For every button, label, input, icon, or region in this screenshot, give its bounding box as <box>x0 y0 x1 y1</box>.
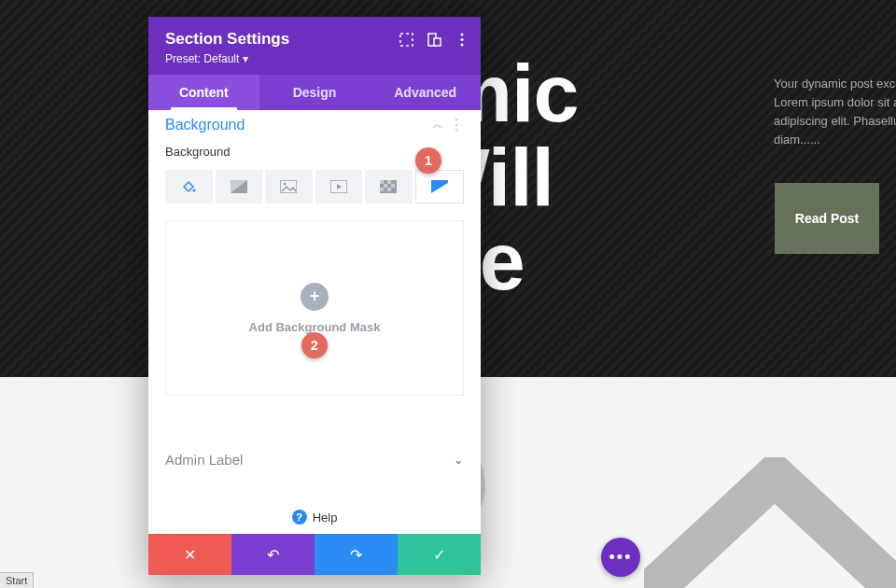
panel-footer: ✕ ↶ ↷ ✓ <box>148 534 481 575</box>
bg-tab-pattern[interactable] <box>365 170 413 203</box>
redo-button[interactable]: ↷ <box>315 534 398 575</box>
collapse-icon[interactable]: ︿ <box>432 117 443 133</box>
tab-advanced[interactable]: Advanced <box>370 75 481 110</box>
undo-icon: ↶ <box>267 546 279 564</box>
add-background-mask-area[interactable]: + Add Background Mask <box>165 220 464 396</box>
tab-content[interactable]: Content <box>148 75 259 110</box>
post-excerpt: Your dynamic post excer Lorem ipsum dolo… <box>774 75 896 150</box>
tab-design[interactable]: Design <box>259 75 371 110</box>
bg-tab-image[interactable] <box>265 170 313 203</box>
panel-tabs: Content Design Advanced <box>148 75 481 110</box>
svg-point-6 <box>193 189 196 192</box>
bg-tab-video[interactable] <box>315 170 363 203</box>
check-icon: ✓ <box>433 546 445 564</box>
undo-button[interactable]: ↶ <box>231 534 315 575</box>
pattern-icon <box>380 180 397 193</box>
annotation-badge-2: 2 <box>301 332 328 358</box>
svg-rect-14 <box>384 184 387 188</box>
section-settings-panel: Section Settings Preset: Default ▾ Conte… <box>148 17 481 575</box>
mask-icon <box>431 180 448 193</box>
more-menu-icon[interactable] <box>455 32 469 47</box>
video-icon <box>330 180 347 193</box>
annotation-badge-1: 1 <box>415 147 441 174</box>
svg-point-4 <box>461 38 464 41</box>
bg-tab-gradient[interactable] <box>216 170 263 203</box>
svg-point-3 <box>461 33 464 35</box>
help-icon: ? <box>292 510 307 525</box>
start-label: Start <box>6 575 27 586</box>
svg-rect-16 <box>380 188 384 191</box>
help-button[interactable]: ? Help <box>148 500 481 534</box>
redo-icon: ↷ <box>350 546 362 564</box>
expand-icon[interactable] <box>399 32 413 47</box>
bg-tab-color[interactable] <box>165 170 213 203</box>
image-icon <box>280 180 297 193</box>
plus-icon: + <box>301 283 329 311</box>
gradient-icon <box>231 180 247 193</box>
responsive-icon[interactable] <box>427 32 441 47</box>
svg-point-5 <box>461 43 464 46</box>
svg-rect-15 <box>391 184 395 188</box>
admin-label-section[interactable]: Admin Label ⌄ <box>148 439 481 481</box>
svg-rect-12 <box>380 180 384 184</box>
save-button[interactable]: ✓ <box>398 534 481 575</box>
svg-rect-2 <box>434 38 441 46</box>
section-add-fab[interactable]: ••• <box>601 538 640 577</box>
preset-label: Preset: Default <box>165 52 239 65</box>
panel-header-actions <box>399 32 469 47</box>
ellipsis-icon: ••• <box>609 548 633 567</box>
close-icon: ✕ <box>184 546 196 564</box>
svg-rect-13 <box>387 180 391 184</box>
chevron-down-icon: ⌄ <box>454 453 464 467</box>
read-post-label: Read Post <box>795 211 859 226</box>
bg-tab-mask[interactable] <box>415 170 465 203</box>
paint-bucket-icon <box>180 178 197 195</box>
caret-down-icon: ▾ <box>243 52 248 65</box>
svg-rect-17 <box>387 188 391 191</box>
preset-selector[interactable]: Preset: Default ▾ <box>165 52 464 65</box>
background-section-header[interactable]: Background ︿ ⋮ <box>148 110 481 141</box>
help-label: Help <box>313 511 338 525</box>
read-post-button[interactable]: Read Post <box>775 183 879 254</box>
admin-label-title: Admin Label <box>165 452 243 468</box>
cancel-button[interactable]: ✕ <box>148 534 231 575</box>
svg-rect-0 <box>400 34 413 46</box>
section-more-icon[interactable]: ⋮ <box>449 116 464 133</box>
background-section-title: Background <box>165 117 245 133</box>
placeholder-chevron <box>644 457 896 588</box>
panel-header: Section Settings Preset: Default ▾ <box>148 17 481 75</box>
start-button[interactable]: Start <box>0 572 34 588</box>
svg-point-9 <box>284 183 287 186</box>
